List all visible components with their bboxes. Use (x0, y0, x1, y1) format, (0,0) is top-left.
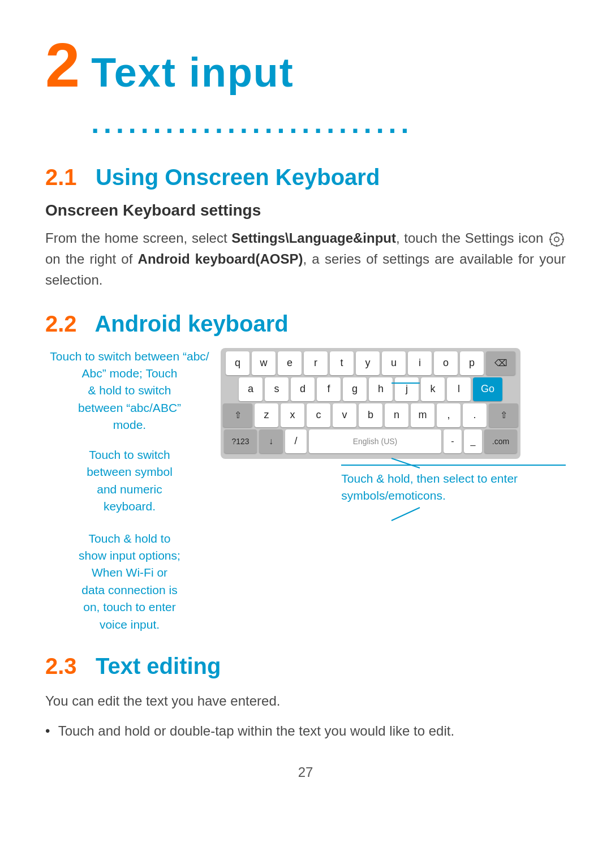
bold-aosp: Android keyboard(AOSP) (138, 251, 303, 267)
key-q[interactable]: q (226, 351, 249, 375)
section-2-3-bullet: • Touch and hold or double-tap within th… (45, 720, 566, 741)
svg-point-0 (554, 237, 559, 242)
ann-mid: Touch to switch between symbol and numer… (45, 446, 214, 515)
bold-settings: Settings\Language&input (231, 230, 396, 246)
key-n[interactable]: n (385, 403, 408, 427)
key-num[interactable]: ?123 (224, 429, 257, 453)
bullet-point: • (45, 723, 50, 738)
key-w[interactable]: w (252, 351, 276, 375)
keyboard-row-1: q w e r t y u i o p ⌫ (224, 351, 517, 375)
section-2-1-body: From the home screen, select Settings\La… (45, 227, 566, 291)
key-m[interactable]: m (411, 403, 434, 427)
key-go[interactable]: Go (473, 377, 502, 401)
section-2-2-heading: Android keyboard (94, 311, 288, 336)
section-2-1-number: 2.1 (45, 165, 77, 190)
key-k[interactable]: k (421, 377, 445, 401)
chapter-title: Text input .......................... (91, 49, 566, 142)
key-a[interactable]: a (239, 377, 263, 401)
svg-line-3 (391, 508, 420, 521)
key-s[interactable]: s (265, 377, 289, 401)
key-t[interactable]: t (330, 351, 354, 375)
key-h[interactable]: h (369, 377, 393, 401)
key-underscore[interactable]: _ (464, 429, 482, 453)
left-annotations: Touch to switch between “abc/ Abc” mode;… (45, 348, 221, 634)
keyboard-right-section: q w e r t y u i o p ⌫ a (221, 348, 566, 505)
chapter-title-text: Text input (91, 50, 294, 95)
key-dash[interactable]: - (444, 429, 462, 453)
key-z[interactable]: z (255, 403, 278, 427)
key-dotcom[interactable]: .com (484, 429, 517, 453)
key-space[interactable]: English (US) (309, 429, 441, 453)
settings-icon (549, 231, 565, 247)
ann-right: Touch & hold, then select to enter symbo… (341, 465, 566, 505)
key-y[interactable]: y (356, 351, 380, 375)
keyboard-row-3: ⇧ z x c v b n m , . ⇧ (224, 403, 517, 427)
key-u[interactable]: u (382, 351, 406, 375)
key-i[interactable]: i (408, 351, 432, 375)
right-annotation-area: Touch & hold, then select to enter symbo… (221, 465, 566, 505)
section-2-1-heading: Using Onscreen Keyboard (96, 165, 380, 190)
key-shift-left[interactable]: ⇧ (223, 403, 252, 427)
section-2-2: 2.2 Android keyboard Touch to switch bet… (45, 311, 566, 634)
section-2-3-title: 2.3 Text editing (45, 654, 566, 679)
key-shift-right[interactable]: ⇧ (489, 403, 518, 427)
key-slash[interactable]: / (285, 429, 307, 453)
keyboard-row-4: ?123 ↓ / English (US) - _ .com (224, 429, 517, 453)
section-2-1: 2.1 Using Onscreen Keyboard Onscreen Key… (45, 165, 566, 291)
subsection-title: Onscreen Keyboard settings (45, 201, 566, 220)
key-l[interactable]: l (447, 377, 471, 401)
key-e[interactable]: e (278, 351, 302, 375)
section-2-3-body: You can edit the text you have entered. (45, 690, 566, 711)
android-keyboard: q w e r t y u i o p ⌫ a (221, 348, 520, 459)
key-comma[interactable]: , (437, 403, 461, 427)
section-2-3-heading: Text editing (96, 654, 221, 678)
key-j[interactable]: j (395, 377, 419, 401)
section-2-3-bullet-text: Touch and hold or double-tap within the … (58, 723, 454, 738)
section-2-3-number: 2.3 (45, 654, 77, 678)
key-backspace[interactable]: ⌫ (486, 351, 515, 375)
key-o[interactable]: o (434, 351, 458, 375)
key-c[interactable]: c (307, 403, 330, 427)
key-x[interactable]: x (281, 403, 304, 427)
page-number: 27 (45, 764, 566, 780)
chapter-header: 2 Text input .......................... (45, 34, 566, 142)
key-period[interactable]: . (463, 403, 487, 427)
section-2-3: 2.3 Text editing You can edit the text y… (45, 654, 566, 741)
key-v[interactable]: v (333, 403, 356, 427)
key-f[interactable]: f (317, 377, 341, 401)
keyboard-row-2: a s d f g h j k l Go (224, 377, 517, 401)
keyboard-diagram: Touch to switch between “abc/ Abc” mode;… (45, 348, 566, 634)
chapter-dots: .......................... (91, 108, 413, 139)
ann-top: Touch to switch between “abc/ Abc” mode;… (45, 348, 214, 434)
key-r[interactable]: r (304, 351, 328, 375)
key-p[interactable]: p (460, 351, 484, 375)
key-g[interactable]: g (343, 377, 367, 401)
section-2-2-number: 2.2 (45, 311, 77, 336)
key-d[interactable]: d (291, 377, 315, 401)
chapter-number: 2 (45, 34, 80, 96)
key-mic[interactable]: ↓ (259, 429, 283, 453)
ann-bot: Touch & hold to show input options; When… (45, 530, 214, 634)
key-b[interactable]: b (359, 403, 382, 427)
section-2-1-title: 2.1 Using Onscreen Keyboard (45, 165, 566, 190)
section-2-2-title: 2.2 Android keyboard (45, 311, 566, 337)
